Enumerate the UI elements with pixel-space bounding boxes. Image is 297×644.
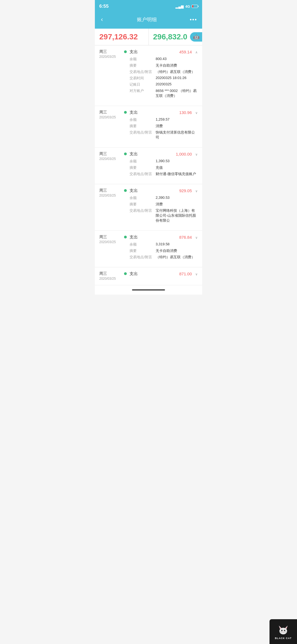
transaction-item-1: 周三 2020/03/25 支出 130.96 ∨ 余额 1,259.57 bbox=[95, 106, 202, 148]
transaction-item-4: 周三 2020/03/25 支出 876.84 ∨ 余额 3,319.58 bbox=[95, 231, 202, 267]
tx-top-row-2[interactable]: 支出 1,000.00 ∨ bbox=[130, 151, 198, 157]
partial-date: 2020/03/25 bbox=[99, 277, 124, 281]
detail-value: 无卡自助消费 bbox=[156, 63, 198, 68]
bottom-bar bbox=[95, 285, 202, 295]
status-icons: ▂▄▆ 4G bbox=[175, 4, 198, 9]
date-label-3: 2020/03/25 bbox=[99, 194, 124, 197]
dot-indicator-4 bbox=[124, 236, 127, 238]
detail-value: 消费 bbox=[156, 124, 198, 129]
date-block-2: 周三 2020/03/25 bbox=[99, 151, 124, 161]
detail-label: 余额 bbox=[130, 195, 156, 200]
balance-amount-green: 296,832.0 bbox=[153, 32, 188, 41]
detail-row: 余额 3,319.58 bbox=[130, 242, 198, 247]
detail-rows-3: 余额 2,390.53 摘要 消费 交易地点/附言 宝付网络科技（上海）有限公司… bbox=[130, 195, 198, 223]
detail-row: 交易地点/附言 快钱支付清算信息有限公司 bbox=[130, 130, 198, 140]
transaction-header-2: 周三 2020/03/25 支出 1,000.00 ∨ 余额 1,390.53 bbox=[99, 151, 198, 178]
detail-row: 余额 1,259.57 bbox=[130, 117, 198, 122]
detail-rows-0: 余额 800.43 摘要 无卡自助消费 交易地点/附言 （特约）易互联（消费） … bbox=[130, 57, 198, 98]
robot-button[interactable]: 🤖 bbox=[190, 32, 202, 42]
detail-value: 800.43 bbox=[156, 57, 198, 61]
detail-label: 交易地点/附言 bbox=[130, 130, 156, 135]
detail-row: 摘要 充值 bbox=[130, 165, 198, 170]
dot-indicator-1 bbox=[124, 111, 127, 114]
header: ‹ 账户明细 ••• bbox=[95, 12, 202, 29]
detail-rows-1: 余额 1,259.57 摘要 消费 交易地点/附言 快钱支付清算信息有限公司 bbox=[130, 117, 198, 140]
detail-row: 摘要 无卡自助消费 bbox=[130, 248, 198, 253]
tx-type-0: 支出 bbox=[130, 49, 138, 55]
detail-value: 充值 bbox=[156, 165, 198, 170]
date-block-0: 周三 2020/03/25 bbox=[99, 49, 124, 59]
partial-chevron: ∨ bbox=[195, 272, 198, 276]
detail-row: 对方账户 8656 *** 0002 （特约）易互联（消费） bbox=[130, 88, 198, 98]
tx-top-row-0[interactable]: 支出 459.14 ∧ bbox=[130, 49, 198, 55]
battery-icon bbox=[192, 5, 198, 8]
detail-value: 快钱支付清算信息有限公司 bbox=[156, 130, 198, 140]
detail-row: 摘要 消费 bbox=[130, 202, 198, 207]
detail-value: 2,390.53 bbox=[156, 195, 198, 200]
partial-tx-row[interactable]: 支出 871.00 ∨ bbox=[130, 271, 198, 276]
dot-indicator-2 bbox=[124, 153, 127, 155]
detail-row: 交易地点/附言 （特约）易互联（消费） bbox=[130, 255, 198, 260]
detail-row: 交易地点/附言 宝付网络科技（上海）有限公司-山东省国际信托股份有限公 bbox=[130, 208, 198, 223]
tx-amount-1: 130.96 bbox=[179, 110, 192, 115]
detail-label: 余额 bbox=[130, 242, 156, 247]
transaction-item-0: 周三 2020/03/25 支出 459.14 ∧ 余额 800.43 bbox=[95, 45, 202, 106]
detail-label: 余额 bbox=[130, 57, 156, 62]
page-title: 账户明细 bbox=[137, 16, 157, 23]
partial-dot bbox=[124, 272, 127, 275]
detail-row: 交易地点/附言 （特约）易互联（消费） bbox=[130, 69, 198, 74]
partial-tx-amount: 871.00 bbox=[179, 271, 192, 276]
dot-indicator-3 bbox=[124, 189, 127, 192]
tx-amount-4: 876.84 bbox=[179, 235, 192, 240]
detail-rows-2: 余额 1,390.53 摘要 充值 交易地点/附言 财付通-微信零钱充值账户 bbox=[130, 159, 198, 176]
detail-label: 交易地点/附言 bbox=[130, 69, 156, 74]
network-label: 4G bbox=[185, 4, 190, 9]
tx-main-2: 支出 1,000.00 ∨ 余额 1,390.53 摘要 充值 bbox=[130, 151, 198, 178]
tx-main-1: 支出 130.96 ∨ 余额 1,259.57 摘要 消费 bbox=[130, 110, 198, 141]
back-button[interactable]: ‹ bbox=[100, 15, 104, 24]
transaction-item-2: 周三 2020/03/25 支出 1,000.00 ∨ 余额 1,390.53 bbox=[95, 148, 202, 184]
detail-label: 对方账户 bbox=[130, 88, 156, 93]
tx-top-row-1[interactable]: 支出 130.96 ∨ bbox=[130, 110, 198, 115]
chevron-icon-4: ∨ bbox=[195, 236, 198, 240]
detail-value: 消费 bbox=[156, 202, 198, 207]
detail-value: 1,259.57 bbox=[156, 117, 198, 121]
transaction-header-0: 周三 2020/03/25 支出 459.14 ∧ 余额 800.43 bbox=[99, 49, 198, 100]
tx-amount-2: 1,000.00 bbox=[176, 152, 192, 156]
detail-label: 交易时间 bbox=[130, 76, 156, 81]
tx-main-0: 支出 459.14 ∧ 余额 800.43 摘要 无卡自助消费 bbox=[130, 49, 198, 100]
tx-type-4: 支出 bbox=[130, 235, 138, 240]
chevron-icon-2: ∨ bbox=[195, 153, 198, 156]
detail-label: 摘要 bbox=[130, 202, 156, 207]
day-label-3: 周三 bbox=[99, 188, 124, 193]
detail-row: 交易地点/附言 财付通-微信零钱充值账户 bbox=[130, 172, 198, 176]
transaction-item-3: 周三 2020/03/25 支出 929.05 ∨ 余额 2,390.53 bbox=[95, 184, 202, 231]
tx-top-row-4[interactable]: 支出 876.84 ∨ bbox=[130, 235, 198, 240]
date-label-0: 2020/03/25 bbox=[99, 55, 124, 59]
tx-main-3: 支出 929.05 ∨ 余额 2,390.53 摘要 消费 bbox=[130, 188, 198, 224]
more-button[interactable]: ••• bbox=[190, 17, 197, 23]
partial-transaction: 周三 2020/03/25 支出 871.00 ∨ bbox=[95, 267, 202, 285]
transaction-header-1: 周三 2020/03/25 支出 130.96 ∨ 余额 1,259.57 bbox=[99, 110, 198, 141]
detail-value: 1,390.53 bbox=[156, 159, 198, 163]
detail-label: 余额 bbox=[130, 117, 156, 122]
detail-value: 3,319.58 bbox=[156, 242, 198, 246]
tx-type-3: 支出 bbox=[130, 188, 138, 193]
date-label-1: 2020/03/25 bbox=[99, 115, 124, 119]
tx-top-row-3[interactable]: 支出 929.05 ∨ bbox=[130, 188, 198, 193]
partial-day: 周三 bbox=[99, 271, 124, 276]
detail-label: 摘要 bbox=[130, 124, 156, 129]
balance-row: 297,126.32 296,832.0 🤖 bbox=[95, 29, 202, 45]
partial-tx-type: 支出 bbox=[130, 271, 138, 276]
day-label-0: 周三 bbox=[99, 49, 124, 54]
day-label-2: 周三 bbox=[99, 151, 124, 156]
tx-type-2: 支出 bbox=[130, 151, 138, 157]
date-block-4: 周三 2020/03/25 bbox=[99, 235, 124, 244]
date-block-3: 周三 2020/03/25 bbox=[99, 188, 124, 197]
detail-row: 交易时间 20200325 18:01:26 bbox=[130, 76, 198, 81]
detail-value: 无卡自助消费 bbox=[156, 248, 198, 253]
status-time: 6:55 bbox=[99, 4, 109, 9]
tx-main-4: 支出 876.84 ∨ 余额 3,319.58 摘要 无卡自助消费 bbox=[130, 235, 198, 261]
detail-row: 摘要 无卡自助消费 bbox=[130, 63, 198, 68]
detail-label: 余额 bbox=[130, 159, 156, 164]
